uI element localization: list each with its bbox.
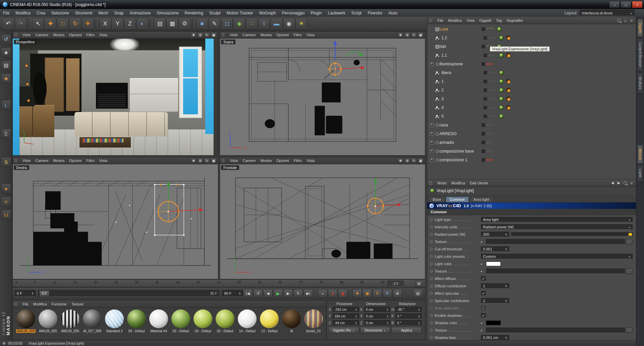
- render-visibility-dot[interactable]: [492, 72, 494, 74]
- vraylight-tag-icon[interactable]: [499, 53, 504, 58]
- editor-visibility-dot[interactable]: [489, 37, 491, 39]
- render-visibility-dot[interactable]: [490, 159, 492, 161]
- key-scale-button[interactable]: ▣: [363, 289, 372, 298]
- minimize-button[interactable]: –: [609, 1, 620, 8]
- menu-item[interactable]: Modifica: [12, 11, 34, 15]
- property-checkbox[interactable]: ✓: [481, 276, 486, 281]
- animation-dot-icon[interactable]: [430, 226, 433, 228]
- spinner-icon[interactable]: ▲▼: [386, 315, 388, 318]
- rotate-tool-icon[interactable]: ↻: [69, 18, 81, 30]
- menu-item[interactable]: Sculpt: [206, 11, 223, 15]
- menu-item[interactable]: Simulazione: [154, 11, 181, 15]
- viewport-menu-item[interactable]: Vista: [304, 159, 317, 163]
- material-menu-item[interactable]: File: [20, 302, 31, 306]
- layer-square-icon[interactable]: [484, 71, 487, 74]
- attribute-tab[interactable]: Base: [429, 196, 445, 202]
- menu-item[interactable]: Selezione: [48, 11, 72, 15]
- layer-square-icon[interactable]: [484, 80, 487, 83]
- material-item[interactable]: books_01: [303, 309, 324, 333]
- viewport-menu-item[interactable]: Mostra: [51, 33, 67, 37]
- object-name[interactable]: composizione 1: [439, 158, 482, 162]
- last-tool-icon[interactable]: ✚: [82, 18, 94, 30]
- live-selection-icon[interactable]: ↖: [32, 18, 44, 30]
- section-header[interactable]: Common: [427, 209, 636, 215]
- position-z-field[interactable]: -94 cm▲▼: [333, 320, 359, 326]
- light-handle-dot[interactable]: [27, 99, 30, 102]
- property-number-field[interactable]: 0.001▲▼: [481, 246, 509, 252]
- rotate-view-icon[interactable]: ↻: [411, 158, 417, 164]
- material-item[interactable]: 09 - Defaul: [126, 309, 147, 333]
- animation-dot-icon[interactable]: [430, 255, 433, 258]
- position-y-field[interactable]: 184 cm▲▼: [333, 313, 359, 319]
- editor-visibility-dot[interactable]: [489, 72, 491, 74]
- object-name[interactable]: 1.2: [441, 36, 484, 40]
- animation-dot-icon[interactable]: [430, 322, 433, 324]
- animation-dot-icon[interactable]: [430, 329, 433, 332]
- object-name[interactable]: 1.1: [441, 53, 484, 58]
- panel-grip-icon[interactable]: [14, 159, 17, 163]
- target-dropdown[interactable]: Oggetto (Re: [329, 327, 359, 334]
- vraylight-tag-icon[interactable]: [499, 97, 504, 101]
- key-rotation-button[interactable]: ↻: [373, 289, 382, 298]
- menu-item[interactable]: Personaggio: [279, 11, 308, 15]
- object-row-1-1[interactable]: 1.1: [427, 51, 636, 60]
- texture-field[interactable]: [486, 328, 625, 333]
- spinner-icon[interactable]: ▲▼: [505, 285, 507, 288]
- object-row-1[interactable]: 1: [427, 77, 636, 86]
- light-gizmo[interactable]: [324, 40, 365, 79]
- object-row-composizione-1[interactable]: composizione 1: [427, 156, 636, 164]
- editor-visibility-dot[interactable]: [487, 63, 489, 65]
- color-swatch[interactable]: [486, 262, 501, 266]
- right-canvas[interactable]: Y Z Destra: [13, 164, 218, 279]
- vray-expression-tag-icon[interactable]: [506, 105, 511, 110]
- pan-view-icon[interactable]: ✚: [191, 158, 197, 164]
- property-checkbox[interactable]: ✓: [481, 313, 486, 318]
- object-row-5[interactable]: 5: [427, 112, 636, 121]
- snap-icon[interactable]: S: [1, 157, 11, 167]
- key-position-button[interactable]: ✚: [353, 289, 362, 298]
- home-icon[interactable]: ⌂: [623, 18, 628, 23]
- maximize-view-icon[interactable]: ▣: [418, 32, 424, 38]
- viewport-menu-item[interactable]: Opzioni: [274, 33, 291, 37]
- deformer-icon[interactable]: ◊: [258, 18, 270, 30]
- redo-icon[interactable]: ↷: [15, 18, 26, 30]
- object-name[interactable]: Luce: [439, 27, 482, 32]
- animation-dot-icon[interactable]: [430, 285, 433, 287]
- timeline-ruler[interactable]: 051015202530354045505560657075808590 -2 …: [12, 279, 425, 287]
- animation-dot-icon[interactable]: [430, 292, 433, 295]
- object-name[interactable]: 1: [441, 79, 484, 84]
- subdivision-surface-icon[interactable]: ◻: [221, 18, 233, 30]
- play-button[interactable]: ▶: [273, 289, 283, 298]
- object-name[interactable]: libera: [441, 70, 484, 75]
- layer-square-icon[interactable]: [484, 54, 487, 57]
- spline-pen-icon[interactable]: ✎: [209, 18, 220, 30]
- visibility-toggles[interactable]: [484, 36, 499, 40]
- spinner-icon[interactable]: ▲▼: [32, 292, 34, 295]
- expand-triangle-icon[interactable]: ▸: [481, 329, 485, 332]
- layers-icon[interactable]: ≡: [1, 196, 11, 207]
- object-row-1-2[interactable]: 1.2: [427, 34, 636, 42]
- object-row-3[interactable]: 3: [427, 95, 636, 103]
- render-visibility-dot[interactable]: [490, 141, 492, 143]
- editor-visibility-dot[interactable]: [487, 46, 489, 48]
- primitive-cube-icon[interactable]: ■: [196, 18, 208, 30]
- animation-dot-icon[interactable]: [430, 270, 433, 273]
- render-visibility-dot[interactable]: [492, 107, 494, 109]
- light-object-icon[interactable]: ☀: [296, 18, 307, 30]
- vraylight-tag-icon[interactable]: [499, 114, 504, 119]
- editor-visibility-dot[interactable]: [487, 28, 489, 30]
- move-tool-icon[interactable]: ✚: [45, 18, 56, 30]
- light-handle-dot[interactable]: [26, 83, 29, 85]
- object-row-armadio[interactable]: armadio: [427, 138, 636, 147]
- keyframe-selection-button[interactable]: ◉: [338, 289, 347, 298]
- layer-square-icon[interactable]: [482, 141, 485, 144]
- property-slider[interactable]: [511, 232, 633, 236]
- frame-slider[interactable]: 0 F 90 F: [38, 290, 219, 297]
- spinner-icon[interactable]: ▲▼: [386, 322, 388, 325]
- expand-icon[interactable]: [430, 150, 434, 153]
- camera-object-icon[interactable]: ◉: [283, 18, 295, 30]
- dock-tab[interactable]: Oggetti: [637, 19, 643, 37]
- editor-visibility-dot[interactable]: [487, 150, 489, 152]
- property-dropdown[interactable]: Radiant power (W): [481, 224, 633, 230]
- object-row-2[interactable]: 2: [427, 86, 636, 95]
